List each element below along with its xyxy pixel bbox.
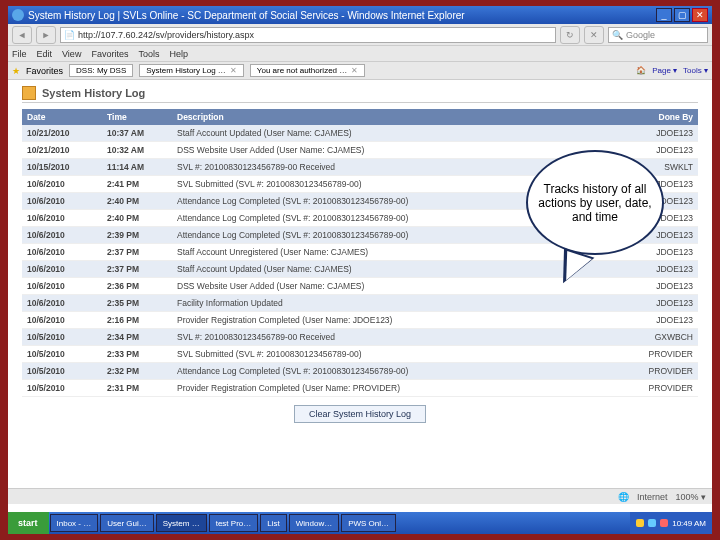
table-row: 10/5/20102:32 PMAttendance Log Completed… (22, 363, 698, 380)
tools-menu[interactable]: Tools ▾ (683, 66, 708, 75)
forward-button[interactable]: ► (36, 26, 56, 44)
menu-help[interactable]: Help (169, 49, 188, 59)
table-row: 10/6/20102:35 PMFacility Information Upd… (22, 295, 698, 312)
table-row: 10/6/20102:16 PMProvider Registration Co… (22, 312, 698, 329)
taskbar-item[interactable]: PWS Onl… (341, 514, 396, 532)
col-doneby: Done By (628, 109, 698, 125)
favorites-label[interactable]: Favorites (26, 66, 63, 76)
taskbar-item[interactable]: User Gui… (100, 514, 154, 532)
window-title: System History Log | SVLs Online - SC De… (28, 10, 656, 21)
zoom-level[interactable]: 100% ▾ (675, 492, 706, 502)
system-tray[interactable]: 10:49 AM (630, 512, 712, 534)
tray-icon[interactable] (660, 519, 668, 527)
taskbar-item[interactable]: System … (156, 514, 207, 532)
close-icon[interactable]: ✕ (230, 66, 237, 75)
clock: 10:49 AM (672, 519, 706, 528)
favorites-bar: ★ Favorites DSS: My DSS System History L… (8, 62, 712, 80)
ie-status-bar: 🌐 Internet 100% ▾ (8, 488, 712, 504)
tab-system-history[interactable]: System History Log …✕ (139, 64, 244, 77)
table-row: 10/6/20102:36 PMDSS Website User Added (… (22, 278, 698, 295)
maximize-button[interactable]: ▢ (674, 8, 690, 22)
menu-favorites[interactable]: Favorites (91, 49, 128, 59)
page-menu[interactable]: Page ▾ (652, 66, 677, 75)
page-title: System History Log (42, 87, 145, 99)
minimize-button[interactable]: _ (656, 8, 672, 22)
menu-tools[interactable]: Tools (138, 49, 159, 59)
tab-mydss[interactable]: DSS: My DSS (69, 64, 133, 77)
close-icon[interactable]: ✕ (351, 66, 358, 75)
favorites-star-icon[interactable]: ★ (12, 66, 20, 76)
page-icon: 📄 (64, 30, 75, 40)
menu-bar: File Edit View Favorites Tools Help (8, 46, 712, 62)
internet-zone: Internet (637, 492, 668, 502)
address-bar[interactable]: 📄 http://107.7.60.242/sv/providers/histo… (60, 27, 556, 43)
windows-taskbar[interactable]: start Inbox - …User Gui…System …test Pro… (8, 512, 712, 534)
tab-not-authorized[interactable]: You are not authorized …✕ (250, 64, 365, 77)
table-row: 10/6/20102:37 PMStaff Account Updated (U… (22, 261, 698, 278)
close-button[interactable]: ✕ (692, 8, 708, 22)
refresh-button[interactable]: ↻ (560, 26, 580, 44)
log-icon (22, 86, 36, 100)
stop-button[interactable]: ✕ (584, 26, 604, 44)
url: http://107.7.60.242/sv/providers/history… (78, 30, 254, 40)
annotation-callout: Tracks history of all actions by user, d… (526, 150, 664, 255)
taskbar-item[interactable]: List (260, 514, 286, 532)
command-bar: 🏠 Page ▾ Tools ▾ (636, 66, 708, 75)
titlebar[interactable]: System History Log | SVLs Online - SC De… (8, 6, 712, 24)
taskbar-item[interactable]: Inbox - … (50, 514, 99, 532)
tray-icon[interactable] (648, 519, 656, 527)
search-placeholder: Google (626, 30, 655, 40)
internet-zone-icon: 🌐 (618, 492, 629, 502)
col-desc: Description (172, 109, 628, 125)
search-box[interactable]: 🔍 Google (608, 27, 708, 43)
callout-text: Tracks history of all actions by user, d… (538, 182, 652, 224)
tray-icon[interactable] (636, 519, 644, 527)
col-time: Time (102, 109, 172, 125)
menu-view[interactable]: View (62, 49, 81, 59)
col-date: Date (22, 109, 102, 125)
page-header: System History Log (22, 86, 698, 103)
back-button[interactable]: ◄ (12, 26, 32, 44)
clear-history-button[interactable]: Clear System History Log (294, 405, 426, 423)
ie-icon (12, 9, 24, 21)
table-row: 10/21/201010:37 AMStaff Account Updated … (22, 125, 698, 142)
home-icon[interactable]: 🏠 (636, 66, 646, 75)
taskbar-item[interactable]: Window… (289, 514, 339, 532)
nav-toolbar: ◄ ► 📄 http://107.7.60.242/sv/providers/h… (8, 24, 712, 46)
browser-window: System History Log | SVLs Online - SC De… (8, 6, 712, 512)
taskbar-item[interactable]: test Pro… (209, 514, 259, 532)
start-button[interactable]: start (8, 512, 49, 534)
menu-edit[interactable]: Edit (37, 49, 53, 59)
table-row: 10/5/20102:33 PMSVL Submitted (SVL #: 20… (22, 346, 698, 363)
table-row: 10/5/20102:34 PMSVL #: 20100830123456789… (22, 329, 698, 346)
table-row: 10/5/20102:31 PMProvider Registration Co… (22, 380, 698, 397)
page-content: System History Log Date Time Description… (8, 80, 712, 488)
menu-file[interactable]: File (12, 49, 27, 59)
search-icon: 🔍 (612, 30, 623, 40)
